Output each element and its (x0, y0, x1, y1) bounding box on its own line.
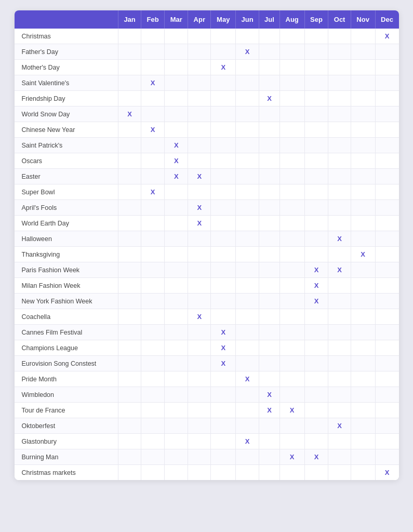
cell-easter-mar: X (165, 169, 188, 184)
cell-milan-fashion-week-jan (118, 278, 141, 294)
cell-oscars-dec (375, 153, 398, 169)
cell-halloween-apr (188, 231, 211, 247)
cell-wimbledon-aug (279, 387, 304, 403)
cell-wimbledon-feb (141, 387, 165, 403)
event-name: Father's Day (15, 44, 118, 60)
cell-easter-jul (259, 169, 280, 184)
cell-milan-fashion-week-mar (165, 278, 188, 294)
cell-milan-fashion-week-feb (141, 278, 165, 294)
cell-world-earth-day-jan (118, 216, 141, 231)
cell-new-york-fashion-week-jul (259, 294, 280, 309)
cell-milan-fashion-week-jun (236, 278, 259, 294)
cell-father's-day-nov (351, 44, 375, 60)
cell-christmas-may (211, 29, 236, 44)
table-row: Paris Fashion WeekXX (15, 262, 399, 278)
month-col-header-jun: Jun (236, 10, 259, 29)
mark-symbol: X (197, 204, 202, 211)
cell-saint-valentine's-feb: X (141, 75, 165, 91)
cell-oscars-jan (118, 153, 141, 169)
cell-oktoberfest-apr (188, 418, 211, 434)
cell-super-bowl-dec (375, 184, 398, 200)
cell-super-bowl-oct (328, 184, 351, 200)
cell-glastonbury-jun: X (236, 434, 259, 449)
cell-father's-day-mar (165, 44, 188, 60)
cell-pride-month-aug (279, 371, 304, 387)
table-row: Father's DayX (15, 44, 399, 60)
mark-symbol: X (245, 375, 250, 383)
event-name: Cannes Film Festival (15, 325, 118, 340)
cell-coachella-may (211, 309, 236, 325)
cell-burning-man-jul (259, 449, 280, 465)
event-name: Glastonbury (15, 434, 118, 449)
cell-christmas-markets-dec: X (375, 465, 398, 481)
month-col-header-jan: Jan (118, 10, 141, 29)
cell-saint-patrick's-jan (118, 138, 141, 153)
event-name: April's Fools (15, 200, 118, 216)
cell-world-snow-day-may (211, 107, 236, 122)
event-name: Saint Valentine's (15, 75, 118, 91)
cell-pride-month-jan (118, 371, 141, 387)
cell-father's-day-apr (188, 44, 211, 60)
month-col-header-oct: Oct (328, 10, 351, 29)
cell-thanksgiving-oct (328, 247, 351, 262)
cell-new-york-fashion-week-mar (165, 294, 188, 309)
cell-thanksgiving-mar (165, 247, 188, 262)
cell-milan-fashion-week-apr (188, 278, 211, 294)
cell-eurovision-song-constest-nov (351, 356, 375, 371)
cell-halloween-nov (351, 231, 375, 247)
cell-saint-patrick's-apr (188, 138, 211, 153)
cell-eurovision-song-constest-mar (165, 356, 188, 371)
cell-christmas-markets-aug (279, 465, 304, 481)
cell-halloween-oct: X (328, 231, 351, 247)
cell-halloween-jul (259, 231, 280, 247)
cell-christmas-markets-apr (188, 465, 211, 481)
table-row: Pride MonthX (15, 371, 399, 387)
cell-oscars-aug (279, 153, 304, 169)
cell-paris-fashion-week-may (211, 262, 236, 278)
table-row: Cannes Film FestivalX (15, 325, 399, 340)
table-row: WimbledonX (15, 387, 399, 403)
table-row: Champions LeagueX (15, 340, 399, 356)
table-row: OscarsX (15, 153, 399, 169)
cell-april's-fools-nov (351, 200, 375, 216)
cell-coachella-jul (259, 309, 280, 325)
cell-chinese-new-year-oct (328, 122, 351, 138)
cell-oktoberfest-nov (351, 418, 375, 434)
cell-eurovision-song-constest-aug (279, 356, 304, 371)
cell-glastonbury-jan (118, 434, 141, 449)
cell-mother's-day-aug (279, 60, 304, 75)
event-name: New York Fashion Week (15, 294, 118, 309)
cell-pride-month-mar (165, 371, 188, 387)
cell-milan-fashion-week-oct (328, 278, 351, 294)
cell-cannes-film-festival-jul (259, 325, 280, 340)
event-name: Thanksgiving (15, 247, 118, 262)
cell-world-snow-day-oct (328, 107, 351, 122)
cell-saint-valentine's-may (211, 75, 236, 91)
cell-super-bowl-feb: X (141, 184, 165, 200)
cell-christmas-oct (328, 29, 351, 44)
cell-burning-man-mar (165, 449, 188, 465)
mark-symbol: X (267, 95, 272, 102)
cell-friendship-day-nov (351, 91, 375, 107)
cell-oktoberfest-jun (236, 418, 259, 434)
mark-symbol: X (197, 219, 202, 227)
cell-pride-month-apr (188, 371, 211, 387)
cell-friendship-day-oct (328, 91, 351, 107)
cell-wimbledon-oct (328, 387, 351, 403)
cell-new-york-fashion-week-may (211, 294, 236, 309)
cell-halloween-jun (236, 231, 259, 247)
cell-world-snow-day-jan: X (118, 107, 141, 122)
cell-saint-patrick's-may (211, 138, 236, 153)
table-row: April's FoolsX (15, 200, 399, 216)
cell-coachella-feb (141, 309, 165, 325)
cell-eurovision-song-constest-may: X (211, 356, 236, 371)
event-name: Oktoberfest (15, 418, 118, 434)
cell-mother's-day-apr (188, 60, 211, 75)
cell-pride-month-oct (328, 371, 351, 387)
cell-wimbledon-may (211, 387, 236, 403)
cell-milan-fashion-week-sep: X (304, 278, 328, 294)
cell-burning-man-sep: X (304, 449, 328, 465)
cell-world-earth-day-dec (375, 216, 398, 231)
mark-symbol: X (127, 110, 132, 118)
cell-glastonbury-may (211, 434, 236, 449)
